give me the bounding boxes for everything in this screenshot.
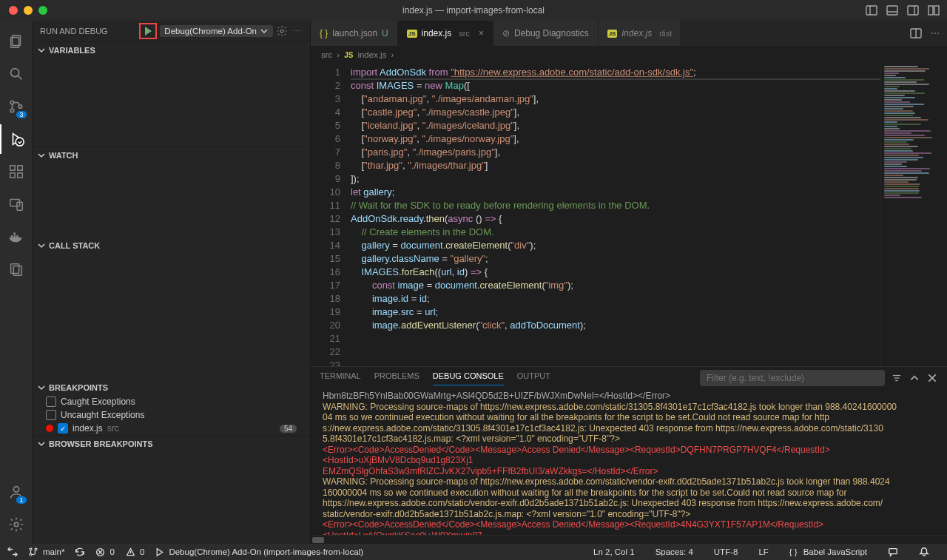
debug-settings-gear-icon[interactable]	[276, 25, 288, 37]
debug-console-output[interactable]: Hbm8tzBFh5YnIBab00GWaMrtg+ASl4QD5d2B+UIZ…	[311, 389, 947, 535]
status-cursor-pos[interactable]: Ln 2, Col 1	[593, 547, 635, 557]
horizontal-scrollbar[interactable]	[311, 535, 947, 544]
console-filter-input[interactable]	[700, 370, 885, 386]
section-label: BROWSER BREAKPOINTS	[49, 439, 153, 448]
watch-section[interactable]: WATCH	[33, 146, 310, 163]
checkbox-icon[interactable]	[46, 397, 56, 407]
svg-point-13	[10, 109, 14, 112]
maximize-window-icon[interactable]	[38, 6, 47, 15]
status-bell-icon[interactable]	[919, 547, 929, 557]
svg-rect-0	[866, 6, 877, 15]
svg-rect-19	[17, 173, 21, 178]
tab-output[interactable]: OUTPUT	[517, 371, 550, 385]
settings-gear-icon[interactable]	[0, 510, 33, 539]
js-file-icon: JS	[344, 51, 353, 59]
tab-debug-console[interactable]: DEBUG CONSOLE	[433, 371, 504, 385]
run-config-label: Debug(Chrome) Add-On (import-images-from…	[169, 547, 363, 556]
breakpoint-dot-icon	[46, 425, 53, 432]
status-sync[interactable]	[75, 547, 85, 557]
chevron-down-icon	[37, 439, 46, 448]
source-control-icon[interactable]: 3	[0, 92, 33, 121]
checkbox-icon[interactable]: ✓	[58, 423, 68, 434]
svg-rect-6	[929, 6, 933, 15]
status-language[interactable]: { }Babel JavaScript	[789, 547, 867, 557]
chevron-down-icon	[37, 241, 46, 250]
status-indent[interactable]: Spaces: 4	[656, 547, 693, 557]
crumb-item[interactable]: index.js	[357, 50, 386, 59]
panel-left-icon[interactable]	[866, 4, 877, 16]
tab-terminal[interactable]: TERMINAL	[320, 371, 361, 385]
tab-problems[interactable]: PROBLEMS	[374, 371, 419, 385]
variables-section[interactable]: VARIABLES	[33, 41, 310, 58]
browser-breakpoints-section[interactable]: BROWSER BREAKPOINTS	[33, 435, 310, 451]
svg-rect-18	[10, 173, 14, 178]
filter-settings-icon[interactable]	[891, 372, 903, 384]
status-remote-icon[interactable]	[7, 547, 18, 557]
bottom-panel: TERMINAL PROBLEMS DEBUG CONSOLE OUTPUT H…	[311, 366, 947, 544]
activity-bar: 3 1	[0, 21, 33, 544]
caught-exceptions-row[interactable]: Caught Exceptions	[33, 395, 310, 408]
status-problems[interactable]: 0 0	[95, 547, 144, 557]
explorer-icon[interactable]	[0, 27, 33, 56]
close-panel-icon[interactable]	[926, 372, 938, 384]
editor-tab[interactable]: { }launch.json U	[311, 21, 398, 46]
breakpoints-section[interactable]: BREAKPOINTS	[33, 379, 310, 395]
layout-customize-icon[interactable]	[928, 4, 940, 16]
ellipsis-icon[interactable]: ⋯	[929, 27, 941, 39]
svg-rect-23	[10, 235, 13, 237]
code-editor[interactable]: 123456789101112131415161718192021222324 …	[311, 63, 947, 366]
extensions-icon[interactable]	[0, 157, 33, 186]
error-count: 0	[109, 547, 114, 556]
breakpoint-label: Uncaught Exceptions	[61, 410, 144, 420]
chevron-down-icon	[37, 46, 46, 55]
editor-tab[interactable]: ⊘Debug Diagnostics	[493, 21, 599, 46]
status-debug-config[interactable]: Debug(Chrome) Add-On (import-images-from…	[155, 547, 363, 557]
breadcrumb[interactable]: src› JS index.js›	[311, 47, 947, 63]
svg-rect-28	[13, 266, 21, 275]
chevron-down-icon	[37, 151, 46, 160]
sidebar-title: RUN AND DEBUG	[40, 27, 108, 36]
uncaught-exceptions-row[interactable]: Uncaught Exceptions	[33, 408, 310, 422]
svg-point-16	[16, 138, 24, 146]
breakpoint-label: Caught Exceptions	[61, 397, 135, 407]
docker-icon[interactable]	[0, 222, 33, 252]
section-label: BREAKPOINTS	[49, 383, 108, 392]
panel-bottom-icon[interactable]	[886, 4, 898, 16]
checkbox-icon[interactable]	[46, 410, 56, 420]
status-feedback-icon[interactable]	[888, 547, 898, 557]
chevron-up-icon[interactable]	[909, 372, 920, 384]
svg-rect-26	[13, 233, 16, 235]
status-eol[interactable]: LF	[758, 547, 768, 557]
split-editor-icon[interactable]	[910, 27, 922, 39]
scm-badge: 3	[16, 111, 26, 118]
close-window-icon[interactable]	[9, 6, 18, 15]
projects-icon[interactable]	[0, 254, 33, 284]
svg-point-10	[10, 69, 18, 77]
title-bar: index.js — import-images-from-local	[0, 0, 947, 21]
ellipsis-icon[interactable]: ⋯	[291, 25, 303, 37]
editor-tab[interactable]: JSindex.jssrc×	[398, 21, 493, 46]
svg-rect-2	[887, 6, 897, 15]
minimap[interactable]	[880, 63, 947, 366]
editor-tabs: { }launch.json UJSindex.jssrc×⊘Debug Dia…	[311, 21, 947, 47]
debug-config-name: Debug(Chrome) Add-On	[164, 27, 257, 36]
status-bar: main* 0 0 Debug(Chrome) Add-On (import-i…	[0, 544, 947, 560]
search-icon[interactable]	[0, 59, 33, 89]
svg-marker-47	[158, 548, 163, 556]
panel-right-icon[interactable]	[907, 4, 919, 16]
debug-config-select[interactable]: Debug(Chrome) Add-On	[160, 25, 273, 37]
status-branch[interactable]: main*	[28, 547, 64, 557]
run-debug-icon[interactable]	[0, 124, 33, 154]
account-badge: 1	[16, 496, 26, 504]
editor-tab[interactable]: JSindex.jsdist	[599, 21, 682, 46]
start-debug-button[interactable]	[139, 23, 157, 39]
svg-point-12	[10, 101, 14, 104]
minimize-window-icon[interactable]	[24, 6, 33, 15]
breakpoint-file-row[interactable]: ✓ index.js src 54	[33, 422, 310, 435]
callstack-section[interactable]: CALL STACK	[33, 237, 310, 253]
crumb-item[interactable]: src	[321, 50, 332, 59]
status-encoding[interactable]: UTF-8	[714, 547, 738, 557]
branch-label: main*	[43, 547, 64, 556]
devices-icon[interactable]	[0, 189, 33, 219]
account-icon[interactable]: 1	[0, 477, 33, 507]
